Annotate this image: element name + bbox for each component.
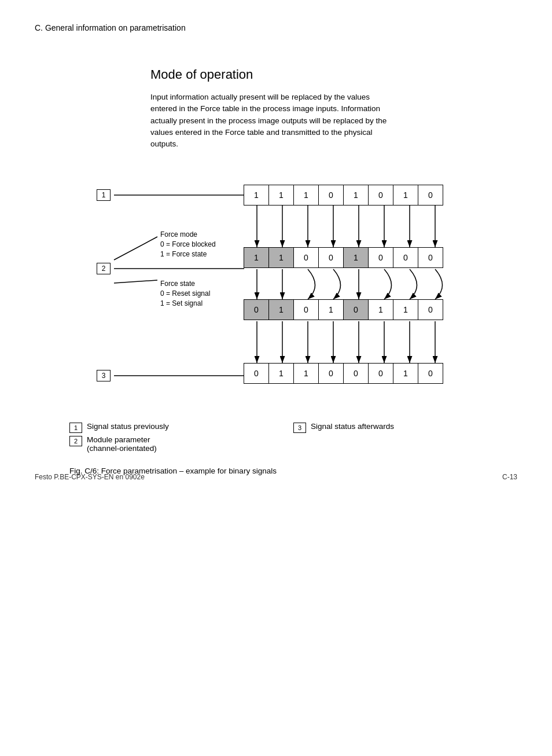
row2: 1 1 0 0 1 0 0 0 — [244, 247, 443, 268]
bit-cell: 0 — [343, 363, 369, 384]
label-box-2: 2 — [97, 263, 111, 274]
force-mode-label: Force mode — [160, 230, 216, 240]
bit-cell: 1 — [293, 363, 319, 384]
label-box-1: 1 — [97, 189, 111, 201]
bit-cell: 0 — [368, 185, 393, 205]
bit-cell: 1 — [268, 247, 294, 268]
bit-cell: 0 — [318, 363, 344, 384]
bit-cell: 1 — [368, 299, 393, 320]
bit-cell: 1 — [244, 185, 269, 205]
svg-line-3 — [114, 237, 157, 260]
bit-cell: 1 — [393, 299, 418, 320]
force-mode-1: 1 = Force state — [160, 249, 216, 259]
footer-left: Festo P.BE-CPX-SYS-EN en 0902e — [35, 473, 145, 481]
bit-cell: 0 — [393, 247, 418, 268]
bit-cell: 1 — [268, 363, 294, 384]
bit-cell: 1 — [393, 185, 418, 205]
bit-cell: 0 — [244, 363, 269, 384]
bit-cell: 0 — [343, 299, 369, 320]
legend-row-2: 2 Module parameter(channel-orientated) — [69, 435, 517, 453]
section-title: C. General information on parametrisatio… — [35, 23, 186, 32]
bit-cell: 0 — [318, 247, 344, 268]
bit-cell: 0 — [244, 299, 269, 320]
force-state-annotation: Force state 0 = Reset signal 1 = Set sig… — [160, 279, 210, 308]
force-mode-0: 0 = Force blocked — [160, 240, 216, 249]
bit-cell: 0 — [293, 247, 319, 268]
footer-right: C-13 — [502, 473, 517, 481]
bit-cell: 1 — [343, 185, 369, 205]
legend-text-3: Signal status afterwards — [311, 422, 394, 431]
section-header: C. General information on parametrisatio… — [35, 23, 517, 32]
bit-cell: 1 — [393, 363, 418, 384]
legend-box-3: 3 — [293, 423, 306, 433]
mode-description: Input information actually present will … — [150, 91, 393, 150]
bit-cell: 0 — [418, 299, 443, 320]
bit-cell: 1 — [343, 247, 369, 268]
force-state-label: Force state — [160, 279, 210, 289]
legend: 1 Signal status previously 3 Signal stat… — [35, 422, 517, 457]
legend-text-1: Signal status previously — [87, 422, 169, 431]
force-state-1: 1 = Set signal — [160, 299, 210, 309]
legend-box-1: 1 — [69, 423, 82, 433]
legend-col-3: 3 Signal status afterwards — [293, 422, 517, 433]
bit-cell: 0 — [418, 185, 443, 205]
bit-cell: 1 — [293, 185, 319, 205]
bit-cell: 1 — [268, 299, 294, 320]
bit-cell: 0 — [293, 299, 319, 320]
bit-cell: 1 — [268, 185, 294, 205]
bit-cell: 0 — [318, 185, 344, 205]
bit-cell: 0 — [418, 247, 443, 268]
row1: 1 1 1 0 1 0 1 0 — [244, 185, 443, 205]
bit-cell: 0 — [368, 363, 393, 384]
bit-cell: 1 — [318, 299, 344, 320]
row4: 0 1 1 0 0 0 1 0 — [244, 363, 443, 384]
legend-box-2: 2 — [69, 436, 82, 446]
force-state-0: 0 = Reset signal — [160, 289, 210, 299]
bit-cell: 0 — [368, 247, 393, 268]
row3: 0 1 0 1 0 1 1 0 — [244, 299, 443, 320]
mode-title: Mode of operation — [150, 67, 517, 82]
force-mode-annotation: Force mode 0 = Force blocked 1 = Force s… — [160, 230, 216, 259]
legend-text-2: Module parameter(channel-orientated) — [87, 435, 157, 453]
label-box-3: 3 — [97, 370, 111, 381]
footer: Festo P.BE-CPX-SYS-EN en 0902e C-13 — [35, 473, 517, 481]
diagram: 1 1 1 1 0 1 0 1 0 2 1 1 0 0 1 0 0 0 — [39, 167, 513, 410]
bit-cell: 1 — [244, 247, 269, 268]
legend-col-1: 1 Signal status previously — [69, 422, 293, 433]
bit-cell: 0 — [418, 363, 443, 384]
legend-pair-1: 1 Signal status previously 3 Signal stat… — [69, 422, 517, 433]
svg-line-4 — [114, 280, 157, 283]
